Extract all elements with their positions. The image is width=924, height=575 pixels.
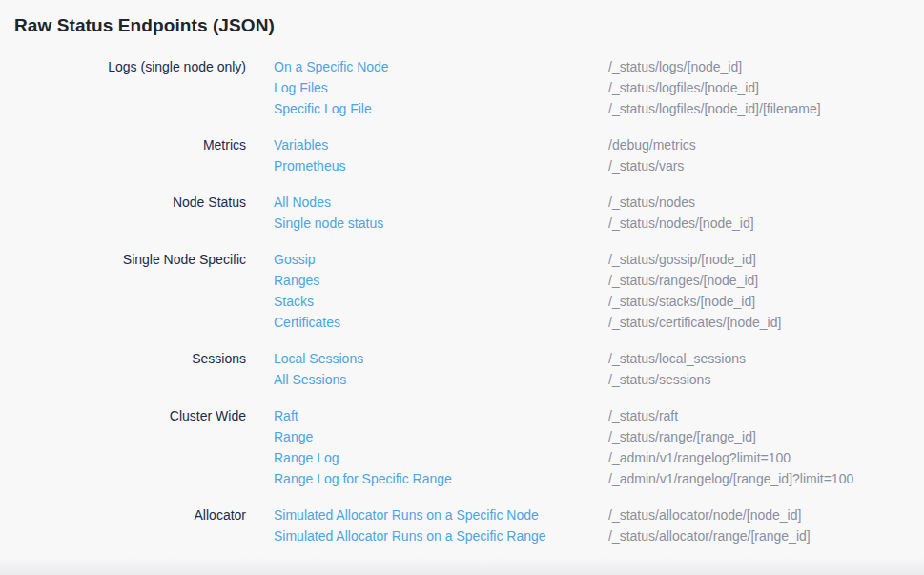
endpoint-path: /_status/logfiles/[node_id] xyxy=(608,77,924,98)
paths-column: /_status/logs/[node_id]/_status/logfiles… xyxy=(608,56,924,119)
endpoint-section: Node Status All NodesSingle node status … xyxy=(0,192,924,234)
endpoint-link[interactable]: Raft xyxy=(274,405,298,426)
category-label: Single Node Specific xyxy=(0,249,246,333)
endpoint-link[interactable]: Range Log xyxy=(274,447,339,468)
endpoint-path: /_status/logfiles/[node_id]/[filename] xyxy=(608,98,924,119)
endpoint-section: Logs (single node only) On a Specific No… xyxy=(0,56,924,119)
category-label: Node Status xyxy=(0,192,246,234)
category-label: Cluster Wide xyxy=(0,405,246,489)
endpoint-path: /_status/allocator/range/[range_id] xyxy=(608,525,924,546)
endpoint-link[interactable]: Certificates xyxy=(274,312,340,333)
endpoint-section: Single Node Specific GossipRangesStacksC… xyxy=(0,249,924,333)
endpoint-link[interactable]: Stacks xyxy=(274,291,314,312)
endpoint-path: /_status/certificates/[node_id] xyxy=(608,312,924,333)
endpoint-link[interactable]: Single node status xyxy=(274,213,383,234)
endpoint-path: /_status/sessions xyxy=(608,369,924,390)
endpoint-link[interactable]: All Sessions xyxy=(274,369,346,390)
paths-column: /_status/gossip/[node_id]/_status/ranges… xyxy=(608,249,924,333)
category-label: Metrics xyxy=(0,134,246,176)
endpoint-link[interactable]: All Nodes xyxy=(274,192,331,213)
links-column: RaftRangeRange LogRange Log for Specific… xyxy=(246,405,608,489)
endpoint-path: /_status/logs/[node_id] xyxy=(608,56,924,77)
endpoint-link[interactable]: Ranges xyxy=(274,270,319,291)
links-column: VariablesPrometheus xyxy=(246,134,608,176)
category-label: Logs (single node only) xyxy=(0,56,246,119)
endpoint-link[interactable]: Log Files xyxy=(274,77,328,98)
endpoint-section: Cluster Wide RaftRangeRange LogRange Log… xyxy=(0,405,924,489)
endpoint-link[interactable]: Range xyxy=(274,426,313,447)
endpoint-link[interactable]: Variables xyxy=(274,134,328,155)
endpoint-path: /_status/stacks/[node_id] xyxy=(608,291,924,312)
endpoint-path: /_status/nodes/[node_id] xyxy=(608,213,924,234)
paths-column: /_status/allocator/node/[node_id]/_statu… xyxy=(608,504,924,546)
category-label: Sessions xyxy=(0,348,246,390)
category-label: Allocator xyxy=(0,504,246,546)
endpoint-link[interactable]: Range Log for Specific Range xyxy=(274,468,452,489)
bottom-fade xyxy=(0,558,924,575)
endpoint-section: Sessions Local SessionsAll Sessions /_st… xyxy=(0,348,924,390)
endpoint-link[interactable]: Gossip xyxy=(274,249,316,270)
endpoint-path: /_status/allocator/node/[node_id] xyxy=(608,504,924,525)
page-title: Raw Status Endpoints (JSON) xyxy=(14,12,924,38)
endpoint-path: /_status/vars xyxy=(608,155,924,176)
paths-column: /_status/raft/_status/range/[range_id]/_… xyxy=(608,405,924,489)
endpoints-table: Logs (single node only) On a Specific No… xyxy=(0,56,924,546)
endpoint-path: /debug/metrics xyxy=(608,134,924,155)
endpoint-path: /_status/raft xyxy=(608,405,924,426)
links-column: Simulated Allocator Runs on a Specific N… xyxy=(246,504,608,546)
paths-column: /_status/nodes/_status/nodes/[node_id] xyxy=(608,192,924,234)
links-column: GossipRangesStacksCertificates xyxy=(246,249,608,333)
endpoint-link[interactable]: Local Sessions xyxy=(274,348,363,369)
endpoint-path: /_status/range/[range_id] xyxy=(608,426,924,447)
endpoint-link[interactable]: Simulated Allocator Runs on a Specific R… xyxy=(274,525,546,546)
endpoint-link[interactable]: On a Specific Node xyxy=(274,56,389,77)
paths-column: /debug/metrics/_status/vars xyxy=(608,134,924,176)
links-column: All NodesSingle node status xyxy=(246,192,608,234)
links-column: On a Specific NodeLog FilesSpecific Log … xyxy=(246,56,608,119)
endpoint-section: Metrics VariablesPrometheus /debug/metri… xyxy=(0,134,924,176)
links-column: Local SessionsAll Sessions xyxy=(246,348,608,390)
endpoint-path: /_status/nodes xyxy=(608,192,924,213)
endpoint-section: Allocator Simulated Allocator Runs on a … xyxy=(0,504,924,546)
paths-column: /_status/local_sessions/_status/sessions xyxy=(608,348,924,390)
endpoint-link[interactable]: Prometheus xyxy=(274,155,345,176)
endpoint-path: /_status/gossip/[node_id] xyxy=(608,249,924,270)
endpoint-path: /_admin/v1/rangelog?limit=100 xyxy=(608,447,924,468)
endpoint-path: /_admin/v1/rangelog/[range_id]?limit=100 xyxy=(608,468,924,489)
endpoint-path: /_status/local_sessions xyxy=(608,348,924,369)
endpoint-link[interactable]: Simulated Allocator Runs on a Specific N… xyxy=(274,504,539,525)
endpoint-path: /_status/ranges/[node_id] xyxy=(608,270,924,291)
endpoint-link[interactable]: Specific Log File xyxy=(274,98,372,119)
